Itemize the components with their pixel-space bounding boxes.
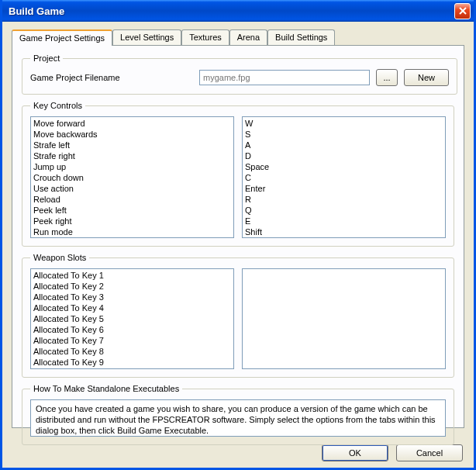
key-controls-group: Key Controls Move forwardMove backwardsS…	[22, 101, 454, 247]
tab-textures[interactable]: Textures	[181, 29, 229, 45]
window-title: Build Game	[9, 5, 454, 17]
list-item[interactable]: W	[245, 118, 443, 129]
project-filename-input[interactable]	[199, 70, 370, 85]
list-item[interactable]: Strafe left	[33, 140, 231, 150]
list-item[interactable]: Peek right	[33, 216, 231, 226]
list-item[interactable]: Peek left	[33, 205, 231, 216]
ok-button[interactable]: OK	[322, 444, 388, 461]
list-item[interactable]: Allocated To Key 3	[33, 292, 231, 302]
project-legend: Project	[30, 54, 63, 63]
howto-legend: How To Make Standalone Executables	[30, 384, 182, 393]
list-item[interactable]: Jump up	[33, 161, 231, 172]
list-item[interactable]: Space	[245, 161, 443, 172]
tab-arena[interactable]: Arena	[229, 29, 267, 45]
list-item[interactable]: Allocated To Key 5	[33, 313, 231, 324]
weapon-slots-legend: Weapon Slots	[30, 253, 89, 262]
cancel-button[interactable]: Cancel	[396, 444, 463, 461]
list-item[interactable]: Run mode	[33, 226, 231, 237]
list-item[interactable]: Allocated To Key 9	[33, 357, 231, 368]
weapon-slots-group: Weapon Slots Allocated To Key 1Allocated…	[22, 253, 454, 378]
client-area: Game Project Settings Level Settings Tex…	[2, 22, 474, 468]
list-item[interactable]: D	[245, 150, 443, 161]
howto-group: How To Make Standalone Executables Once …	[22, 384, 454, 445]
weapon-slots-detail-list[interactable]	[242, 268, 446, 369]
key-controls-keys-list[interactable]: WSADSpaceCEnterRQEShift	[242, 116, 446, 238]
list-item[interactable]: C	[245, 172, 443, 183]
project-group: Project Game Project Filename ... New	[22, 54, 457, 95]
list-item[interactable]: Enter	[245, 183, 443, 194]
list-item[interactable]: Shift	[245, 226, 443, 237]
tabstrip: Game Project Settings Level Settings Tex…	[12, 29, 464, 45]
list-item[interactable]: Allocated To Key 1	[33, 270, 231, 281]
tab-game-project-settings[interactable]: Game Project Settings	[12, 29, 112, 46]
new-button[interactable]: New	[404, 69, 449, 86]
list-item[interactable]: A	[245, 140, 443, 150]
list-item[interactable]: Allocated To Key 4	[33, 302, 231, 313]
list-item[interactable]: Q	[245, 205, 443, 216]
list-item[interactable]: Allocated To Key 7	[33, 335, 231, 346]
list-item[interactable]: E	[245, 216, 443, 226]
list-item[interactable]: Use action	[33, 183, 231, 194]
list-item[interactable]: Allocated To Key 6	[33, 324, 231, 335]
project-filename-label: Game Project Filename	[30, 73, 193, 82]
list-item[interactable]: Allocated To Key 8	[33, 346, 231, 357]
titlebar: Build Game	[2, 0, 474, 22]
browse-button[interactable]: ...	[376, 69, 398, 86]
tabpanel: Project Game Project Filename ... New Ke…	[12, 45, 464, 428]
list-item[interactable]: S	[245, 129, 443, 140]
key-controls-actions-list[interactable]: Move forwardMove backwardsStrafe leftStr…	[30, 116, 234, 238]
list-item[interactable]: Strafe right	[33, 150, 231, 161]
list-item[interactable]: R	[245, 194, 443, 205]
dialog-button-bar: OK Cancel	[322, 444, 463, 461]
tab-level-settings[interactable]: Level Settings	[112, 29, 181, 45]
list-item[interactable]: Crouch down	[33, 172, 231, 183]
list-item[interactable]: Reload	[33, 194, 231, 205]
tab-build-settings[interactable]: Build Settings	[267, 29, 335, 45]
dialog-window: Build Game Game Project Settings Level S…	[0, 0, 476, 470]
weapon-slots-list[interactable]: Allocated To Key 1Allocated To Key 2Allo…	[30, 268, 234, 369]
list-item[interactable]: Allocated To Key 2	[33, 281, 231, 292]
close-icon[interactable]	[454, 3, 471, 19]
list-item[interactable]: Move backwards	[33, 129, 231, 140]
list-item[interactable]: Move forward	[33, 118, 231, 129]
howto-text: Once you have created a game you wish to…	[30, 399, 446, 437]
key-controls-legend: Key Controls	[30, 101, 85, 110]
